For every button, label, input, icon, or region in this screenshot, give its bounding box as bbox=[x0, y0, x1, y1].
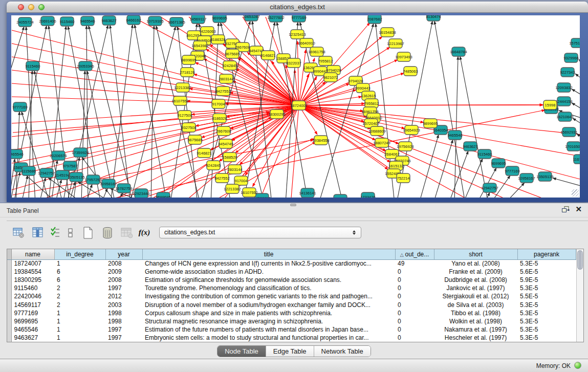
graph-node[interactable]: 9463627 bbox=[463, 142, 477, 151]
graph-node[interactable]: 12325413 bbox=[289, 30, 306, 39]
graph-node[interactable]: 12923446 bbox=[133, 189, 149, 198]
table-row[interactable]: 977716911998Corpus callosum shape and si… bbox=[7, 309, 576, 317]
column-header-year[interactable]: year bbox=[105, 249, 142, 259]
graph-node[interactable]: 9146821 bbox=[260, 51, 275, 60]
tab-node-table[interactable]: Node Table bbox=[217, 346, 266, 357]
show-columns-icon[interactable] bbox=[30, 225, 46, 240]
graph-node[interactable]: 14136141 bbox=[299, 188, 316, 198]
graph-node[interactable]: 24055724 bbox=[16, 17, 33, 27]
graph-node[interactable]: 9127508 bbox=[177, 111, 192, 120]
graph-node[interactable]: 16107552 bbox=[241, 188, 257, 197]
graph-node[interactable]: 12942757 bbox=[481, 183, 498, 192]
network-window[interactable]: citations_edges.txt 24055724206914069115… bbox=[7, 2, 588, 202]
delete-table-icon[interactable] bbox=[100, 225, 115, 240]
graph-node[interactable]: 10958167 bbox=[518, 173, 535, 183]
graph-node[interactable]: 9699695 bbox=[491, 159, 506, 168]
tab-network-table[interactable]: Network Table bbox=[314, 346, 371, 357]
graph-node[interactable]: 12093832 bbox=[555, 83, 572, 92]
graph-node[interactable]: 5675685 bbox=[187, 135, 202, 144]
graph-node[interactable]: 16107552 bbox=[171, 96, 188, 105]
graph-node[interactable]: 20053346 bbox=[77, 61, 94, 71]
graph-node[interactable]: 752214 bbox=[397, 173, 410, 183]
graph-node[interactable]: 12444158 bbox=[555, 97, 572, 106]
graph-node[interactable]: 8322037 bbox=[286, 58, 301, 68]
graph-node[interactable]: 8186328 bbox=[212, 114, 227, 123]
graph-node[interactable]: 9465546 bbox=[80, 16, 95, 26]
table-row[interactable]: 969969511998Structural magnetic resonanc… bbox=[7, 317, 576, 325]
table-options-icon[interactable] bbox=[11, 225, 26, 240]
graph-node[interactable]: 7485063 bbox=[403, 67, 418, 76]
graph-node[interactable]: 15277602 bbox=[267, 15, 284, 22]
column-header-name[interactable]: name bbox=[11, 249, 54, 259]
graph-node[interactable]: 1588520 bbox=[222, 152, 237, 162]
graph-node[interactable]: 9821072 bbox=[323, 73, 338, 82]
import-table-icon[interactable] bbox=[119, 225, 135, 240]
graph-node[interactable]: 9327508 bbox=[181, 123, 196, 132]
graph-node[interactable]: 12213967 bbox=[387, 39, 404, 48]
table-row[interactable]: 946554611997Estimation of the future num… bbox=[7, 325, 576, 334]
graph-node[interactable]: 9463627 bbox=[101, 16, 116, 25]
graph-node[interactable]: 9699695 bbox=[156, 192, 170, 198]
column-header-in_degree[interactable]: in_degree bbox=[54, 249, 105, 259]
graph-node[interactable]: 16961758 bbox=[308, 47, 325, 56]
graph-node[interactable]: 6466162 bbox=[126, 15, 141, 25]
graph-node[interactable]: 9899695 bbox=[181, 55, 196, 64]
graph-node[interactable]: 18300295 bbox=[268, 110, 285, 119]
column-header-pagerank[interactable]: pagerank bbox=[517, 249, 576, 259]
graph-node[interactable]: 1733426 bbox=[360, 192, 375, 198]
function-builder-icon[interactable]: f(x) bbox=[139, 225, 150, 240]
graph-node[interactable]: 10958167 bbox=[100, 179, 117, 188]
graph-node[interactable]: 14569117 bbox=[190, 15, 207, 24]
graph-node[interactable]: 8427552 bbox=[215, 86, 230, 96]
graph-node[interactable]: 15998 bbox=[543, 100, 557, 110]
table-row[interactable]: 1456911722003Disruption of a novel membe… bbox=[7, 300, 576, 309]
graph-node[interactable]: 9777169 bbox=[505, 166, 519, 176]
graph-node[interactable]: 9465546 bbox=[11, 149, 24, 159]
graph-node[interactable]: 17957253 bbox=[84, 175, 101, 184]
graph-node[interactable]: 9115460 bbox=[26, 61, 40, 71]
graph-node[interactable]: 16648784 bbox=[450, 47, 467, 56]
graph-node[interactable]: 9797587 bbox=[62, 161, 77, 170]
table-row[interactable]: 1938455462009Genome-wide association stu… bbox=[7, 268, 576, 276]
graph-node[interactable]: 917004 bbox=[212, 99, 225, 108]
graph-node[interactable]: 16671385 bbox=[168, 17, 185, 27]
network-canvas[interactable]: 2405572420691406911546094655469463627646… bbox=[11, 15, 580, 198]
graph-node[interactable]: 1115686 bbox=[21, 166, 36, 176]
graph-node[interactable]: 13505135 bbox=[536, 172, 553, 181]
graph-node[interactable]: 8186328 bbox=[210, 35, 225, 44]
network-window-titlebar[interactable]: citations_edges.txt bbox=[7, 2, 588, 13]
graph-node[interactable]: 19384554 bbox=[312, 136, 329, 145]
graph-node[interactable]: 9329966 bbox=[563, 53, 578, 62]
graph-node[interactable]: 10973493 bbox=[395, 52, 412, 61]
graph-node[interactable]: 7955812 bbox=[318, 56, 333, 65]
resize-grip-icon[interactable] bbox=[572, 189, 579, 196]
graph-node[interactable]: 16640910 bbox=[298, 38, 315, 48]
close-icon[interactable]: ✕ bbox=[575, 205, 582, 214]
tab-edge-table[interactable]: Edge Table bbox=[266, 346, 314, 357]
column-header-title[interactable]: title bbox=[142, 249, 395, 259]
graph-node[interactable]: 9242845 bbox=[206, 161, 221, 170]
graph-node[interactable]: 2718126 bbox=[180, 68, 194, 77]
graph-node[interactable]: 5675685 bbox=[225, 49, 239, 58]
graph-node[interactable]: 9777169 bbox=[291, 15, 306, 22]
graph-node[interactable]: 16543982 bbox=[191, 41, 208, 50]
table-scrollbar[interactable] bbox=[576, 249, 584, 342]
graph-node[interactable]: 10653287 bbox=[243, 15, 259, 21]
graph-node[interactable]: 17016504 bbox=[565, 142, 580, 151]
graph-node[interactable]: 15751074 bbox=[569, 38, 580, 48]
table-row[interactable]: 2242004622012Investigating the contribut… bbox=[7, 292, 576, 300]
graph-node[interactable]: 12942757 bbox=[38, 168, 55, 178]
graph-node[interactable]: 2803144 bbox=[227, 165, 242, 174]
graph-node[interactable]: 12213382 bbox=[224, 184, 241, 193]
graph-node[interactable]: 8427552 bbox=[214, 173, 229, 183]
graph-node[interactable]: 20691406 bbox=[39, 16, 56, 26]
graph-node[interactable]: 13505135 bbox=[68, 172, 84, 182]
graph-node[interactable]: 9146821 bbox=[197, 148, 211, 158]
column-header-out_de[interactable]: △out_de... bbox=[395, 249, 434, 259]
table-select-dropdown[interactable]: citations_edges.txt bbox=[159, 227, 361, 238]
graph-node[interactable]: 12213382 bbox=[174, 83, 191, 92]
graph-node[interactable]: 8130474 bbox=[426, 15, 441, 21]
rows-icon[interactable] bbox=[65, 225, 76, 240]
graph-node[interactable]: 10688609 bbox=[368, 126, 385, 136]
table-row[interactable]: 1872400712008Changes of HCN gene express… bbox=[7, 259, 576, 268]
